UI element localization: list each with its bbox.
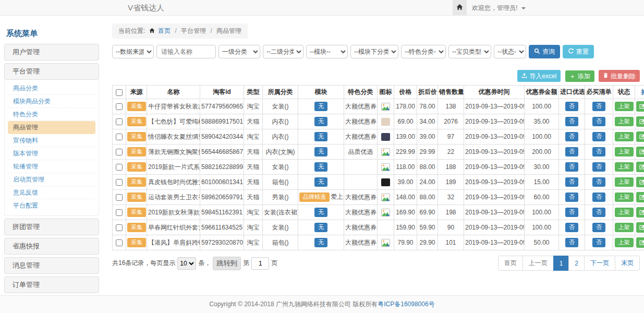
must-buy-badge[interactable]: 否 [592,208,605,216]
sidebar-item-商品分类[interactable]: 商品分类 [8,82,95,95]
page-button-末页[interactable]: 末页 [615,256,640,271]
row-checkbox[interactable] [116,103,123,110]
sidebar-section-消息管理[interactable]: 消息管理 [4,257,99,274]
row-checkbox[interactable] [116,118,123,125]
must-buy-badge[interactable]: 否 [592,238,605,247]
status-badge[interactable]: 上架 [615,177,634,186]
must-buy-badge[interactable]: 否 [592,177,605,186]
sidebar-section-平台管理[interactable]: 平台管理 [4,63,99,80]
edit-button[interactable] [636,237,644,248]
row-checkbox[interactable] [116,179,123,186]
sidebar-item-意见反馈[interactable]: 意见反馈 [8,186,95,199]
jump-page-input[interactable] [251,257,269,270]
row-checkbox[interactable] [116,224,123,231]
sidebar-item-特色分类[interactable]: 特色分类 [8,108,95,121]
imported-badge[interactable]: 否 [565,223,578,232]
reset-button[interactable]: 重置 [563,45,594,58]
status-badge[interactable]: 上架 [615,192,634,201]
sidebar-item-商品管理[interactable]: 商品管理 [8,121,95,134]
name-input[interactable] [156,45,216,58]
status-badge[interactable]: 上架 [615,132,634,141]
import-excel-button[interactable]: 导入excel [517,70,561,82]
status-badge[interactable]: 上架 [615,117,634,126]
imported-badge[interactable]: 否 [565,238,578,247]
edit-button[interactable] [636,162,644,172]
data-source-select[interactable]: --数据来源-- [112,45,154,58]
imported-badge[interactable]: 否 [565,102,578,111]
user-dropdown[interactable]: 欢迎您，管理员! [472,0,526,16]
feature-category-select[interactable]: --特色分类-- [401,45,446,58]
edit-button[interactable] [636,222,644,233]
edit-button[interactable] [636,207,644,218]
actions-cell [635,145,644,160]
sidebar-item-宣传物料[interactable]: 宣传物料 [8,134,95,147]
imported-cell: 否 [559,235,585,250]
sidebar-item-启动页管理[interactable]: 启动页管理 [8,173,95,186]
batch-delete-button[interactable]: 批量删除 [599,70,640,82]
sidebar-section-用户管理[interactable]: 用户管理 [4,44,99,61]
row-checkbox[interactable] [116,134,123,140]
page-button-2[interactable]: 2 [568,256,585,271]
breadcrumb-home-link[interactable]: 首页 [158,27,171,34]
status-badge[interactable]: 上架 [615,102,634,111]
edit-button[interactable] [636,131,644,142]
row-checkbox[interactable] [116,239,123,246]
page-button-上一页[interactable]: 上一页 [523,256,554,271]
module-select[interactable]: --模块-- [306,45,348,58]
status-badge[interactable]: 上架 [615,162,634,171]
row-checkbox[interactable] [116,164,123,171]
query-button[interactable]: 查询 [529,45,560,58]
status-select[interactable]: --状态-- [494,45,526,58]
per-page-select[interactable]: 10 [177,257,196,270]
edit-button[interactable] [636,116,644,127]
imported-badge[interactable]: 否 [565,162,578,171]
select-all-checkbox[interactable] [116,89,123,96]
must-buy-badge[interactable]: 否 [592,192,605,201]
status-badge[interactable]: 上架 [615,223,634,232]
row-checkbox[interactable] [116,149,123,155]
status-badge[interactable]: 上架 [615,238,634,247]
item-type-select[interactable]: --宝贝类型-- [448,45,491,58]
row-checkbox[interactable] [116,194,123,201]
level2-category-select[interactable]: --二级分类-- [263,45,303,58]
page-button-下一页[interactable]: 下一页 [584,256,615,271]
sidebar-item-平台配置[interactable]: 平台配置 [8,199,95,212]
sidebar-section-订单管理[interactable]: 订单管理 [4,276,99,293]
sidebar-item-模块商品分类[interactable]: 模块商品分类 [8,95,95,108]
edit-icon [639,133,644,141]
imported-badge[interactable]: 否 [565,117,578,126]
imported-badge[interactable]: 否 [565,177,578,186]
sidebar-item-版本管理[interactable]: 版本管理 [8,147,95,160]
must-buy-badge[interactable]: 否 [592,162,605,171]
sidebar-section-拼团管理[interactable]: 拼团管理 [4,219,99,235]
level1-category-select[interactable]: 一级分类 [218,45,260,58]
imported-badge[interactable]: 否 [565,132,578,141]
imported-badge[interactable]: 否 [565,147,578,156]
home-button[interactable] [453,0,467,16]
edit-button[interactable] [636,177,644,187]
imported-badge[interactable]: 否 [565,192,578,201]
add-button[interactable]: ＋ 添加 [565,70,594,82]
must-buy-badge[interactable]: 否 [592,223,605,232]
must-buy-badge[interactable]: 否 [592,147,605,156]
icp-link[interactable]: 粤ICP备16098006号 [378,300,434,308]
edit-button[interactable] [636,147,644,157]
imported-badge[interactable]: 否 [565,208,578,216]
sidebar-item-轮播管理[interactable]: 轮播管理 [8,160,95,173]
page-button-1[interactable]: 1 [553,256,569,271]
must-buy-badge[interactable]: 否 [592,102,605,111]
page-button-首页[interactable]: 首页 [498,256,523,271]
row-select-cell [113,114,126,129]
status-cell: 上架 [613,235,635,250]
action-button-group [636,207,644,218]
jump-button[interactable]: 跳转到 [213,257,241,270]
status-badge[interactable]: 上架 [615,208,634,216]
must-buy-badge[interactable]: 否 [592,132,605,141]
row-checkbox[interactable] [116,209,123,216]
module-sub-category-select[interactable]: --模块下分类-- [350,45,398,58]
edit-button[interactable] [636,192,644,202]
sidebar-section-省惠快报[interactable]: 省惠快报 [4,238,99,255]
status-badge[interactable]: 上架 [615,147,634,156]
must-buy-badge[interactable]: 否 [592,117,605,126]
edit-button[interactable] [636,101,644,112]
